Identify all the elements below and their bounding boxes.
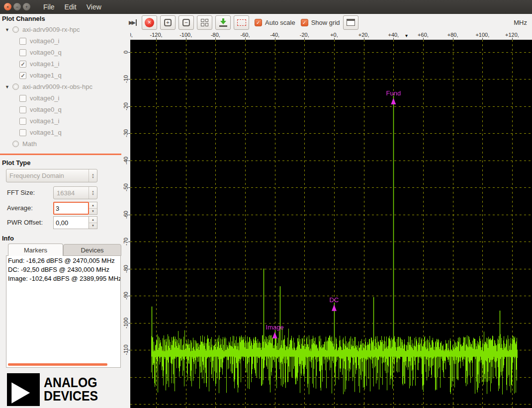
new-plot-button[interactable]: [343, 15, 358, 30]
x-tick-label: +0,: [330, 32, 338, 38]
zoom-out-icon: −: [182, 19, 190, 26]
tree-channel-row[interactable]: ✓voltage1_q: [0, 70, 121, 81]
checkbox-checked-icon: ✓: [255, 19, 262, 26]
menu-file[interactable]: File: [38, 0, 60, 13]
device-label: axi-adrv9009-rx-obs-hpc: [22, 83, 92, 90]
checkbox-unchecked-icon[interactable]: [19, 106, 26, 113]
device-label: axi-adrv9009-rx-hpc: [22, 26, 80, 33]
orange-separator: [0, 154, 121, 155]
fft-size-label: FFT Size:: [7, 189, 35, 196]
fft-size-value: 16384: [54, 187, 89, 199]
x-tick-label: +60,: [418, 32, 429, 38]
menu-edit[interactable]: Edit: [60, 0, 82, 13]
plot-channels-title: Plot Channels: [2, 15, 45, 22]
checkbox-checked-icon: ✓: [301, 19, 308, 26]
stop-capture-button[interactable]: ×: [142, 15, 157, 30]
expander-icon[interactable]: ▼: [5, 27, 11, 32]
combo-arrows-icon: ▲▼: [89, 187, 97, 199]
checkbox-unchecked-icon[interactable]: [19, 118, 26, 125]
expander-icon[interactable]: ▼: [5, 84, 11, 89]
window-maximize-button[interactable]: +: [23, 3, 30, 10]
x-tick-label: -20,: [300, 32, 309, 38]
marker-info-line: DC: -92,50 dBFS @ 2430,000 MHz: [6, 265, 120, 274]
plot-row: 0-10-20-30-40-50-60-70-80-90-100-110: [123, 40, 532, 408]
x-tick-label: -100,: [179, 32, 192, 38]
maximize-icon: +: [25, 4, 28, 9]
tree-channel-row[interactable]: voltage1_q: [0, 127, 121, 138]
channel-label: voltage0_q: [30, 106, 62, 113]
device-radio[interactable]: [12, 141, 19, 147]
tab-devices[interactable]: Devices: [63, 244, 121, 256]
new-plot-icon: [347, 19, 355, 26]
x-tick-label: -120,: [150, 32, 162, 38]
checkbox-unchecked-icon[interactable]: [19, 129, 26, 136]
spin-up-button[interactable]: ▲: [89, 202, 97, 209]
tree-device-row[interactable]: Math: [0, 138, 121, 150]
marker-info-text: Fund: -16,26 dBFS @ 2470,005 MHzDC: -92,…: [6, 256, 120, 283]
spin-down-button[interactable]: ▼: [89, 223, 97, 229]
channel-label: voltage1_q: [30, 129, 62, 136]
main-area: Plot Channels ▼axi-adrv9009-rx-hpcvoltag…: [0, 14, 532, 408]
x-tick-label: -140,: [130, 32, 133, 38]
close-icon: ×: [6, 4, 9, 9]
checkbox-unchecked-icon[interactable]: [19, 38, 26, 45]
show-grid-label: Show grid: [311, 19, 340, 26]
menu-view[interactable]: View: [82, 0, 106, 13]
adi-logo-text: ANALOG DEVICES: [44, 376, 98, 403]
tree-channel-row[interactable]: voltage0_i: [0, 35, 121, 47]
marker-info-panel[interactable]: Fund: -16,26 dBFS @ 2470,005 MHzDC: -92,…: [6, 255, 121, 368]
channel-label: voltage1_i: [30, 60, 59, 68]
window-close-button[interactable]: ×: [4, 3, 11, 10]
combo-arrows-icon: ▲▼: [89, 169, 97, 182]
checkbox-unchecked-icon[interactable]: [19, 49, 26, 56]
fft-size-combobox[interactable]: 16384 ▲▼: [53, 186, 97, 199]
zoom-in-icon: +: [164, 19, 172, 26]
device-radio[interactable]: [12, 83, 19, 90]
capture-play-button[interactable]: ▶▶: [127, 19, 139, 26]
spectrum-canvas[interactable]: [130, 40, 532, 408]
tree-channel-row[interactable]: voltage0_q: [0, 47, 121, 58]
plot-type-combobox[interactable]: Frequency Domain ▲▼: [6, 169, 97, 182]
plot-channels-tree[interactable]: ▼axi-adrv9009-rx-hpcvoltage0_ivoltage0_q…: [0, 24, 121, 152]
spin-down-button[interactable]: ▼: [89, 209, 97, 215]
tree-device-row[interactable]: ▼axi-adrv9009-rx-obs-hpc: [0, 81, 121, 92]
x-tick-label: +120,: [505, 32, 519, 38]
average-input[interactable]: [53, 202, 89, 215]
device-radio[interactable]: [12, 26, 19, 33]
window-minimize-button[interactable]: −: [13, 3, 21, 10]
plot-section: ▶▶ × + − ✓ Auto scale ✓ Show grid MHz: [123, 14, 532, 408]
zoom-out-button[interactable]: −: [178, 15, 194, 30]
tab-markers[interactable]: Markers: [8, 244, 63, 256]
x-tick-label: +20,: [358, 32, 369, 38]
checkbox-checked-icon[interactable]: ✓: [19, 61, 26, 68]
tree-channel-row[interactable]: ✓voltage1_i: [0, 58, 121, 70]
menubar: × − + File Edit View: [0, 0, 532, 14]
auto-scale-checkbox[interactable]: ✓ Auto scale: [255, 19, 295, 26]
channel-label: voltage0_i: [30, 94, 59, 102]
horizontal-scrollbar[interactable]: [8, 363, 107, 366]
zoom-fit-icon: [201, 19, 208, 26]
save-capture-button[interactable]: [215, 15, 231, 30]
checkbox-unchecked-icon[interactable]: [19, 95, 26, 102]
y-tick-label: 0: [123, 40, 129, 67]
show-grid-checkbox[interactable]: ✓ Show grid: [301, 19, 340, 26]
pwr-offset-input[interactable]: [53, 216, 89, 229]
zoom-in-button[interactable]: +: [160, 15, 176, 30]
channel-label: voltage1_i: [30, 117, 59, 125]
stop-icon: ×: [145, 18, 154, 27]
checkbox-checked-icon[interactable]: ✓: [19, 72, 26, 79]
zoom-fit-button[interactable]: [197, 15, 212, 30]
spin-up-button[interactable]: ▲: [89, 217, 97, 223]
x-tick-label: +40,: [388, 32, 399, 38]
y-axis: 0-10-20-30-40-50-60-70-80-90-100-110: [123, 40, 130, 408]
x-tick-label: +80,: [447, 32, 458, 38]
tree-channel-row[interactable]: voltage0_q: [0, 104, 121, 115]
tree-channel-row[interactable]: voltage0_i: [0, 92, 121, 104]
marker-info-line: Fund: -16,26 dBFS @ 2470,005 MHz: [6, 256, 120, 265]
axis-unit-label: MHz: [514, 19, 527, 26]
tree-device-row[interactable]: ▼axi-adrv9009-rx-hpc: [0, 24, 121, 35]
adi-logo-icon: [7, 373, 40, 406]
x-tick-label: -60,: [241, 32, 250, 38]
tree-channel-row[interactable]: voltage1_i: [0, 115, 121, 127]
selection-button[interactable]: [234, 15, 249, 30]
